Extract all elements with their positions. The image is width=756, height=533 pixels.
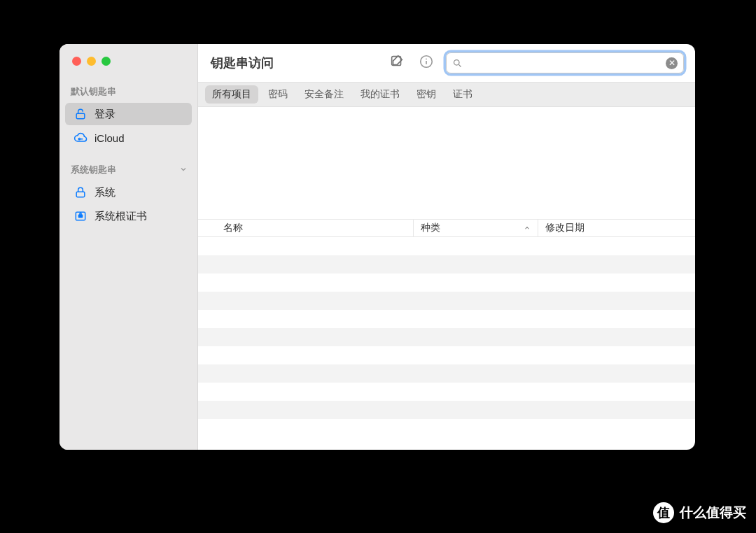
sidebar-item-icloud[interactable]: iCloud — [65, 127, 192, 149]
sidebar-section-label: 系统钥匙串 — [71, 164, 116, 176]
watermark-badge: 值 — [653, 502, 674, 523]
table-row[interactable] — [198, 383, 695, 401]
toolbar: 钥匙串访问 ✕ — [198, 44, 695, 82]
tab-secure-notes[interactable]: 安全备注 — [298, 85, 351, 104]
table-row[interactable] — [198, 419, 695, 437]
sidebar-item-system-roots[interactable]: 系统根证书 — [65, 205, 192, 227]
sidebar-item-label: 系统根证书 — [94, 210, 147, 223]
chevron-down-icon — [179, 165, 188, 176]
column-header-label: 种类 — [421, 222, 440, 234]
sidebar-item-label: iCloud — [94, 132, 125, 144]
table-body — [198, 237, 695, 450]
watermark-text: 什么值得买 — [680, 504, 746, 522]
tab-passwords[interactable]: 密码 — [261, 85, 295, 104]
close-icon: ✕ — [668, 59, 676, 67]
table-header: 名称 种类 修改日期 — [198, 219, 695, 237]
cert-icon — [74, 209, 88, 223]
column-header-date[interactable]: 修改日期 — [538, 220, 695, 236]
column-header-name[interactable]: 名称 — [198, 220, 414, 236]
sidebar-item-label: 系统 — [94, 186, 115, 199]
svg-rect-5 — [80, 213, 82, 215]
svg-rect-2 — [76, 192, 85, 197]
lock-icon — [74, 185, 88, 199]
tab-my-certificates[interactable]: 我的证书 — [354, 85, 407, 104]
main-area: 钥匙串访问 ✕ 所有 — [198, 44, 695, 450]
search-field[interactable]: ✕ — [446, 52, 684, 73]
window-controls — [59, 57, 197, 66]
cloud-key-icon — [74, 131, 88, 145]
table-row[interactable] — [198, 401, 695, 419]
info-button[interactable] — [416, 53, 436, 73]
table-row[interactable] — [198, 292, 695, 310]
sidebar-item-system[interactable]: 系统 — [65, 181, 192, 204]
table-row[interactable] — [198, 255, 695, 273]
compose-icon — [389, 54, 405, 72]
window-minimize-button[interactable] — [87, 57, 96, 66]
tab-all-items[interactable]: 所有项目 — [205, 85, 258, 104]
tab-keys[interactable]: 密钥 — [410, 85, 443, 104]
table-row[interactable] — [198, 273, 695, 292]
column-header-kind[interactable]: 种类 — [414, 220, 538, 236]
search-input[interactable] — [468, 57, 660, 69]
window-close-button[interactable] — [72, 57, 81, 66]
clear-search-button[interactable]: ✕ — [666, 57, 678, 69]
tab-certificates[interactable]: 证书 — [446, 85, 479, 104]
info-icon — [419, 54, 434, 72]
app-window: 默认钥匙串 登录 iCloud 系统钥匙串 系统 — [59, 44, 695, 450]
table-row[interactable] — [198, 364, 695, 383]
compose-button[interactable] — [387, 53, 407, 73]
sidebar-section-header-system[interactable]: 系统钥匙串 — [59, 164, 197, 180]
category-tabbar: 所有项目 密码 安全备注 我的证书 密钥 证书 — [198, 82, 695, 107]
sidebar: 默认钥匙串 登录 iCloud 系统钥匙串 系统 — [59, 44, 198, 450]
table-row[interactable] — [198, 237, 695, 255]
svg-point-10 — [454, 59, 460, 65]
table-row[interactable] — [198, 310, 695, 328]
table-row[interactable] — [198, 346, 695, 364]
svg-rect-0 — [76, 113, 85, 119]
sidebar-section-label: 默认钥匙串 — [71, 85, 116, 98]
item-detail-pane — [198, 107, 695, 219]
svg-point-9 — [426, 58, 427, 59]
unlock-icon — [74, 107, 88, 121]
sidebar-item-login[interactable]: 登录 — [65, 103, 192, 125]
watermark: 值 什么值得买 — [653, 502, 746, 523]
sidebar-section-header-default: 默认钥匙串 — [59, 85, 197, 102]
sort-indicator-icon — [524, 223, 531, 234]
window-title: 钥匙串访问 — [211, 55, 274, 71]
svg-line-11 — [458, 64, 461, 66]
window-zoom-button[interactable] — [102, 57, 111, 66]
table-row[interactable] — [198, 328, 695, 346]
search-icon — [452, 58, 463, 69]
sidebar-item-label: 登录 — [94, 108, 115, 121]
svg-point-1 — [78, 138, 80, 140]
